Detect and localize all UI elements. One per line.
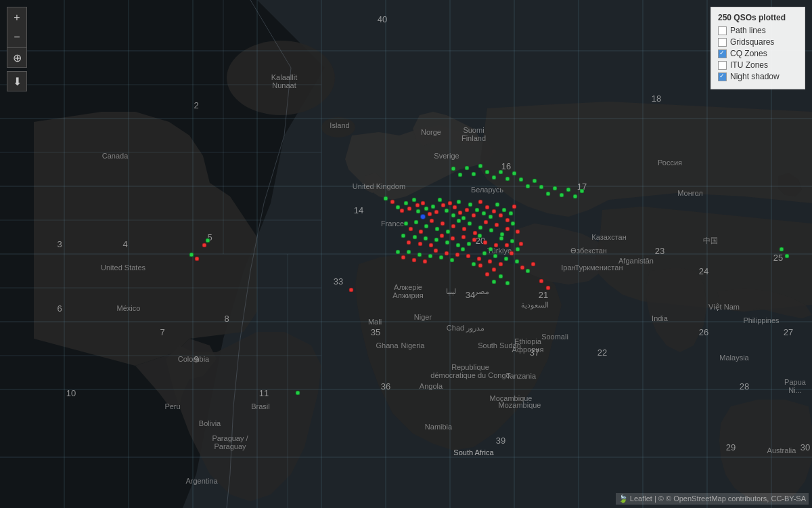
qso-dot-131[interactable] — [560, 193, 564, 198]
legend-item-2[interactable]: CQ Zones — [718, 49, 798, 58]
qso-dot-74[interactable] — [451, 236, 455, 241]
qso-dot-145[interactable] — [785, 254, 790, 259]
qso-dot-4[interactable] — [384, 196, 388, 201]
legend-checkbox-4[interactable] — [718, 72, 727, 81]
qso-dot-27[interactable] — [461, 216, 466, 221]
qso-dot-135[interactable] — [478, 263, 483, 268]
qso-dot-63[interactable] — [511, 221, 516, 226]
qso-dot-1[interactable] — [195, 257, 200, 261]
qso-dot-139[interactable] — [546, 286, 551, 291]
qso-dot-76[interactable] — [461, 235, 466, 240]
legend-item-3[interactable]: ITU Zones — [718, 60, 798, 70]
qso-dot-100[interactable] — [455, 253, 460, 257]
legend-item-1[interactable]: Gridsquares — [718, 37, 798, 47]
qso-dot-54[interactable] — [462, 227, 467, 232]
qso-dot-31[interactable] — [475, 208, 480, 213]
qso-dot-80[interactable] — [483, 240, 488, 245]
qso-dot-47[interactable] — [424, 224, 429, 229]
qso-dot-53[interactable] — [457, 219, 461, 224]
qso-dot-126[interactable] — [526, 184, 531, 189]
qso-dot-141[interactable] — [499, 274, 503, 279]
legend-checkbox-2[interactable] — [718, 49, 727, 58]
qso-dot-125[interactable] — [519, 177, 524, 182]
qso-dot-56[interactable] — [473, 231, 478, 236]
qso-dot-65[interactable] — [401, 234, 406, 238]
qso-dot-85[interactable] — [510, 239, 515, 244]
qso-dot-38[interactable] — [499, 213, 503, 218]
legend-checkbox-0[interactable] — [718, 26, 727, 35]
qso-dot-84[interactable] — [505, 243, 510, 248]
qso-dot-62[interactable] — [505, 227, 510, 232]
qso-dot-91[interactable] — [407, 250, 411, 255]
qso-dot-95[interactable] — [428, 254, 433, 259]
qso-dot-5[interactable] — [390, 200, 395, 205]
qso-dot-94[interactable] — [423, 259, 428, 264]
qso-dot-3[interactable] — [202, 243, 207, 248]
qso-dot-109[interactable] — [504, 257, 509, 261]
qso-dot-64[interactable] — [516, 230, 520, 234]
qso-dot-115[interactable] — [451, 167, 456, 171]
qso-dot-8[interactable] — [404, 201, 409, 206]
qso-dot-117[interactable] — [465, 166, 470, 171]
qso-dot-69[interactable] — [424, 236, 428, 241]
qso-dot-72[interactable] — [440, 234, 445, 238]
qso-dot-96[interactable] — [434, 249, 438, 253]
qso-dot-93[interactable] — [418, 253, 422, 257]
qso-dot-102[interactable] — [466, 254, 471, 259]
qso-dot-123[interactable] — [505, 177, 510, 182]
qso-dot-83[interactable] — [499, 236, 504, 241]
qso-dot-140[interactable] — [492, 280, 497, 284]
qso-dot-142[interactable] — [505, 281, 510, 286]
qso-dot-110[interactable] — [510, 251, 514, 256]
qso-dot-77[interactable] — [467, 242, 472, 247]
qso-dot-89[interactable] — [396, 250, 401, 255]
qso-dot-144[interactable] — [780, 247, 784, 252]
qso-dot-73[interactable] — [445, 240, 450, 245]
qso-dot-132[interactable] — [566, 188, 571, 192]
qso-dot-40[interactable] — [505, 218, 510, 223]
qso-dot-97[interactable] — [439, 255, 444, 260]
qso-dot-16[interactable] — [431, 205, 436, 209]
qso-dot-13[interactable] — [421, 201, 426, 206]
qso-dot-35[interactable] — [489, 215, 493, 219]
qso-dot-22[interactable] — [451, 213, 456, 218]
qso-dot-33[interactable] — [482, 211, 487, 216]
qso-dot-34[interactable] — [485, 205, 490, 210]
qso-dot-58[interactable] — [484, 220, 489, 225]
qso-dot-41[interactable] — [509, 211, 514, 216]
qso-dot-101[interactable] — [461, 247, 466, 252]
qso-dot-90[interactable] — [401, 255, 406, 260]
qso-dot-2[interactable] — [206, 238, 210, 243]
qso-dot-36[interactable] — [492, 209, 497, 214]
leaflet-link[interactable]: 🍃 Leaflet — [618, 494, 652, 503]
qso-dot-10[interactable] — [412, 198, 417, 203]
qso-dot-88[interactable] — [349, 288, 354, 293]
qso-dot-120[interactable] — [485, 170, 490, 175]
qso-dot-49[interactable] — [435, 227, 440, 232]
qso-dot-7[interactable] — [400, 209, 405, 213]
qso-dot-106[interactable] — [488, 259, 493, 264]
qso-dot-143[interactable] — [296, 391, 300, 396]
qso-dot-39[interactable] — [502, 208, 507, 213]
qso-dot-68[interactable] — [418, 242, 423, 247]
qso-dot-108[interactable] — [499, 262, 503, 267]
qso-dot-136[interactable] — [485, 272, 490, 277]
qso-dot-107[interactable] — [493, 254, 498, 259]
qso-dot-15[interactable] — [428, 212, 432, 217]
qso-dot-45[interactable] — [414, 220, 419, 225]
qso-dot-25[interactable] — [457, 200, 461, 205]
qso-dot-86[interactable] — [516, 247, 520, 252]
legend-checkbox-1[interactable] — [718, 38, 727, 47]
qso-dot-60[interactable] — [495, 223, 499, 228]
qso-dot-105[interactable] — [482, 251, 487, 256]
qso-dot-20[interactable] — [445, 209, 449, 213]
qso-dot-98[interactable] — [445, 251, 449, 256]
qso-dot-66[interactable] — [407, 240, 411, 245]
qso-dot-48[interactable] — [430, 219, 434, 224]
qso-dot-70[interactable] — [429, 243, 434, 248]
qso-dot-32[interactable] — [478, 200, 483, 205]
qso-dot-37[interactable] — [495, 203, 500, 207]
qso-dot-55[interactable] — [468, 221, 472, 226]
qso-dot-28[interactable] — [465, 208, 470, 213]
qso-dot-121[interactable] — [492, 175, 497, 180]
